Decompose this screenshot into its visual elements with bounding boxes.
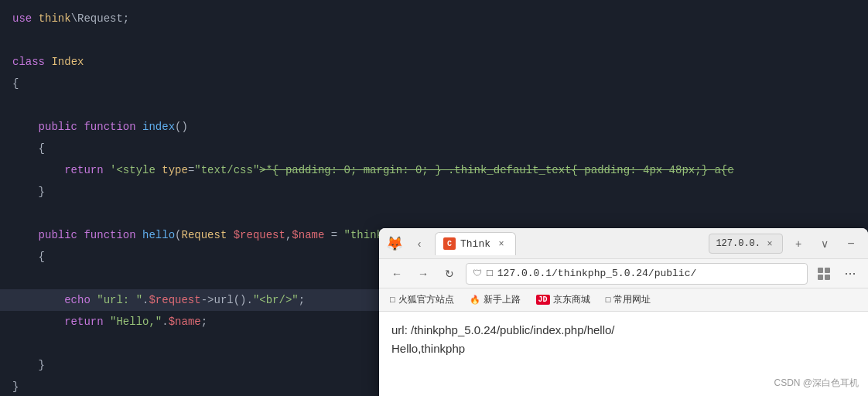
refresh-button[interactable]: ↻ — [439, 264, 460, 284]
browser-titlebar: 🦊 ‹ C Think × 127.0.0. × + ∨ − — [379, 228, 868, 259]
code-line: class Index — [0, 51, 868, 73]
code-line: } — [0, 181, 868, 203]
folder-icon: □ — [606, 295, 611, 305]
tab-favicon: C — [443, 237, 456, 250]
forward-button[interactable]: → — [413, 264, 433, 284]
page-line-2: Hello,thinkphp — [391, 340, 856, 358]
page-line-1: url: /thinkphp_5.0.24/public/index.php/h… — [391, 321, 856, 340]
code-line: return '<style type="text/css">*{ paddin… — [0, 159, 868, 181]
tab-close-button[interactable]: × — [495, 237, 507, 250]
code-line: use think\Request; — [0, 8, 868, 29]
more-options-button[interactable]: ··· — [840, 264, 860, 284]
bookmark-label: 京东商城 — [553, 293, 590, 306]
shield-icon: 🛡 — [473, 268, 482, 279]
bookmark-jd[interactable]: JD 京东商城 — [533, 292, 593, 308]
watermark: CSDN @深白色耳机 — [774, 377, 859, 390]
tab-list-button[interactable]: ∨ — [814, 233, 836, 254]
new-tab-button[interactable]: + — [788, 233, 809, 254]
code-line: { — [0, 138, 868, 159]
code-line — [0, 94, 868, 116]
url-pill: 127.0.0. × — [709, 234, 783, 254]
url-pill-text: 127.0.0. — [716, 238, 760, 249]
bookmark-label: 常用网址 — [613, 293, 651, 306]
firefox-bookmark-icon: 🔥 — [470, 295, 480, 305]
browser-addressbar: ← → ↻ 🛡 □ 127.0.0.1/thinkphp_5.0.24/publ… — [379, 259, 868, 288]
address-bar[interactable]: 🛡 □ 127.0.0.1/thinkphp_5.0.24/public/ — [466, 263, 808, 285]
tab-label: Think — [460, 238, 490, 250]
url-pill-close[interactable]: × — [764, 237, 776, 250]
code-line — [0, 203, 868, 224]
bookmark-common[interactable]: □ 常用网址 — [603, 292, 654, 308]
tab-bar: C Think × — [435, 232, 704, 255]
bookmark-folder-icon: □ — [390, 295, 395, 305]
page-text: url: /thinkphp_5.0.24/public/index.php/h… — [391, 321, 856, 358]
browser-content: url: /thinkphp_5.0.24/public/index.php/h… — [379, 312, 868, 396]
bookmark-label: 火狐官方站点 — [398, 293, 454, 306]
jd-icon: JD — [536, 295, 550, 305]
window-controls: − — [840, 233, 862, 254]
browser-window: 🦊 ‹ C Think × 127.0.0. × + ∨ − ← → ↻ 🛡 □… — [379, 228, 868, 396]
code-line: { — [0, 73, 868, 94]
page-icon: □ — [487, 268, 493, 279]
active-tab[interactable]: C Think × — [435, 232, 516, 255]
address-text: 127.0.0.1/thinkphp_5.0.24/public/ — [497, 268, 696, 279]
code-line: public function index() — [0, 116, 868, 138]
bookmark-label: 新手上路 — [484, 293, 521, 306]
bookmark-newbie[interactable]: 🔥 新手上路 — [466, 292, 524, 308]
bookmarks-bar: □ 火狐官方站点 🔥 新手上路 JD 京东商城 □ 常用网址 — [379, 288, 868, 312]
extensions-icon — [814, 264, 834, 284]
nav-prev-tab[interactable]: ‹ — [408, 233, 430, 254]
firefox-icon: 🦊 — [385, 234, 404, 253]
bookmark-foxsite[interactable]: □ 火狐官方站点 — [387, 292, 457, 308]
back-button[interactable]: ← — [387, 264, 407, 284]
window-minimize-button[interactable]: − — [840, 233, 862, 254]
code-line — [0, 29, 868, 51]
